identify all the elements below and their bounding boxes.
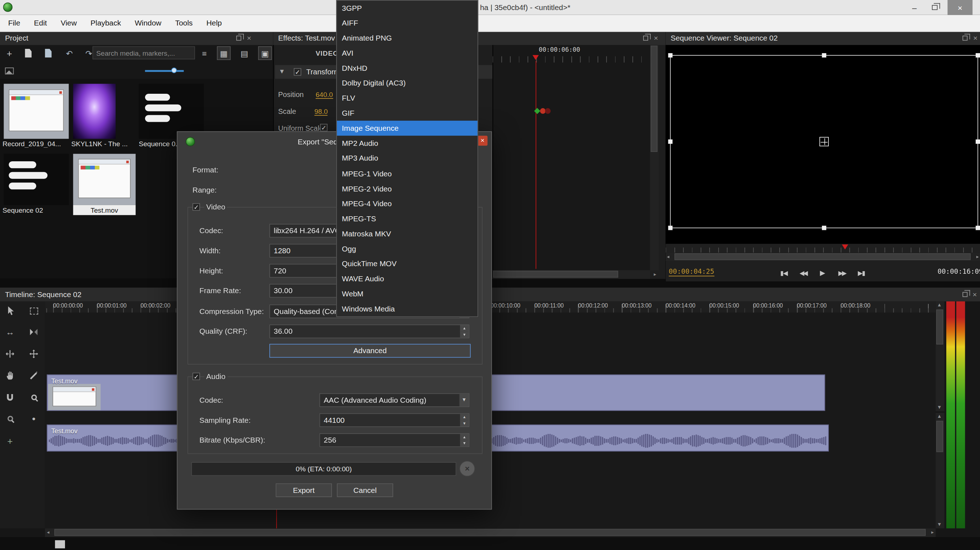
scroll-right-icon[interactable]: ▸ [977,253,979,261]
format-option[interactable]: MPEG-1 Video [337,166,477,181]
play-button[interactable]: ▶ [816,266,829,279]
scroll-left-icon[interactable]: ◂ [47,529,49,536]
advanced-button[interactable]: Advanced [269,344,471,357]
menu-item-edit[interactable]: Edit [27,15,54,31]
sampling-rate-spinbox[interactable]: 44100▲▼ [319,413,469,427]
undo-button[interactable]: ↶ [62,46,76,60]
format-option[interactable]: DNxHD [337,61,477,76]
scroll-right-icon[interactable]: ▸ [931,529,934,536]
keyframe-vertical-scrollbar[interactable] [650,45,659,270]
gizmo-handle[interactable] [668,53,673,57]
effects-tab-video[interactable]: VIDEO [316,49,339,57]
media-item-sequence01[interactable] [138,84,204,139]
format-option[interactable]: 3GPP [337,1,477,16]
tool-edit[interactable]: ↔ [3,325,17,339]
skip-to-start-button[interactable]: ▮◀ [777,266,791,279]
scroll-down-icon[interactable]: ▼ [937,404,942,411]
tool-razor[interactable] [27,368,41,382]
video-enabled-checkbox[interactable]: ✓ [192,203,200,211]
scroll-up-icon[interactable]: ▲ [937,413,942,420]
undock-panel-icon[interactable] [643,35,648,41]
format-option[interactable]: AIFF [337,16,477,31]
audio-enabled-checkbox[interactable]: ✓ [192,373,200,380]
spin-up-icon[interactable]: ▲ [459,434,469,440]
open-file-button[interactable] [41,46,55,60]
tool-slide[interactable] [27,347,41,361]
format-option[interactable]: Windows Media [337,301,477,317]
quality-spinbox[interactable]: 36.00▲▼ [269,324,469,338]
timeline-zoom-handle[interactable] [55,540,65,548]
list-view-button[interactable]: ≡ [197,46,211,60]
format-option[interactable]: QuickTime MOV [337,256,477,271]
menu-item-help[interactable]: Help [200,15,229,31]
undock-panel-icon[interactable] [963,35,967,41]
tool-add[interactable]: + [3,434,17,448]
media-item-testmov[interactable] [73,154,136,205]
gizmo-handle[interactable] [668,139,673,144]
gizmo-handle[interactable] [976,139,980,144]
format-option[interactable]: MPEG-4 Video [337,196,477,211]
tree-view-button[interactable]: ▣ [258,46,272,60]
spin-down-icon[interactable]: ▼ [459,331,469,337]
spin-up-icon[interactable]: ▲ [459,325,469,331]
bitrate-spinbox[interactable]: 256▲▼ [319,433,469,447]
format-option[interactable]: Animated PNG [337,30,477,46]
dialog-close-button[interactable]: × [477,136,488,146]
close-panel-icon[interactable]: × [972,290,977,300]
format-option[interactable]: AVI [337,46,477,61]
tool-ripple[interactable] [3,347,17,361]
gizmo-handle[interactable] [822,53,826,57]
menu-item-view[interactable]: View [54,15,84,31]
format-option-selected[interactable]: Image Sequence [337,121,477,136]
menu-item-playback[interactable]: Playback [84,15,128,31]
detail-view-button[interactable]: ▤ [237,46,251,60]
tool-record[interactable]: ● [27,411,41,425]
format-option[interactable]: WAVE Audio [337,271,477,286]
format-option[interactable]: WebM [337,286,477,301]
scroll-left-icon[interactable]: ◂ [667,253,669,261]
uniform-scale-checkbox[interactable]: ✓ [320,124,328,131]
spin-down-icon[interactable]: ▼ [459,420,469,426]
format-option[interactable]: Matroska MKV [337,226,477,241]
audio-codec-combobox[interactable]: AAC (Advanced Audio Coding)▼ [319,393,469,407]
cancel-button[interactable]: Cancel [337,483,393,497]
tool-pointer[interactable] [3,304,17,317]
slider-handle[interactable] [171,67,177,73]
media-item-record[interactable] [3,84,68,139]
export-button[interactable]: Export [276,483,332,497]
video-tracks-scrollbar[interactable]: ▲ ▼ [936,301,945,411]
viewer-horizontal-scrollbar[interactable]: ◂ ▸ [666,253,980,261]
menu-item-file[interactable]: File [1,15,27,31]
undock-panel-icon[interactable] [236,35,241,41]
keyframe-horizontal-scrollbar[interactable] [493,270,650,279]
format-option[interactable]: MP2 Audio [337,136,477,151]
gizmo-handle[interactable] [668,226,673,230]
minimize-button[interactable]: – [905,0,925,15]
tool-hand[interactable] [3,368,17,382]
keyframe-circle-icon[interactable] [545,108,551,114]
close-window-button[interactable]: × [948,0,973,15]
scale-value[interactable]: 98.0 [314,107,328,116]
viewer-playhead-marker[interactable] [842,245,848,250]
gizmo-handle[interactable] [976,53,980,57]
tool-snapping-magnet[interactable] [3,390,17,404]
format-option[interactable]: MP3 Audio [337,151,477,166]
scroll-up-icon[interactable]: ▲ [937,301,942,309]
spin-down-icon[interactable]: ▼ [459,440,469,446]
viewer-current-time[interactable]: 00:00:04:25 [669,268,714,276]
spin-buttons[interactable]: ▲▼ [459,434,469,446]
format-option[interactable]: Ogg [337,241,477,256]
cancel-export-circle-button[interactable]: × [459,461,475,477]
thumbnail-size-slider[interactable] [145,70,184,72]
format-option[interactable]: Dolby Digital (AC3) [337,76,477,91]
tool-transition[interactable] [27,325,41,339]
menu-item-tools[interactable]: Tools [169,15,200,31]
tool-zoom-out[interactable] [3,411,17,425]
keyframe-area[interactable] [493,45,650,279]
keyframe-ruler-ticks[interactable] [493,56,650,62]
keyframe-playhead-marker[interactable] [533,55,539,60]
tool-marquee[interactable] [27,304,41,317]
scroll-right-icon[interactable]: ▸ [651,271,659,278]
media-item-sequence02[interactable] [3,154,68,205]
audio-tracks-scrollbar[interactable]: ▲ ▼ [936,413,945,528]
